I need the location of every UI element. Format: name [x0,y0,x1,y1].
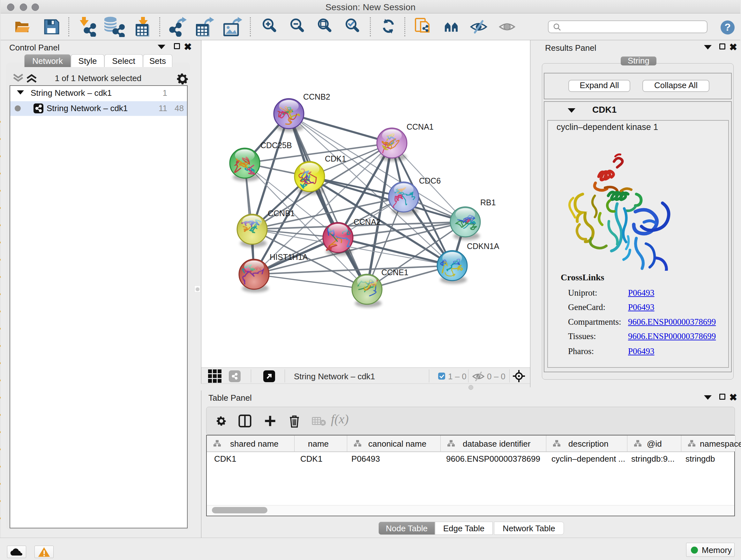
svg-text:HIST1H1A: HIST1H1A [270,253,308,261]
svg-text:RB1: RB1 [480,198,496,207]
svg-text:CCNB2: CCNB2 [303,92,330,101]
svg-text:CCNE1: CCNE1 [381,268,408,277]
svg-text:CCNA1: CCNA1 [407,122,434,131]
svg-text:CDC6: CDC6 [419,176,441,185]
svg-text:CDKN1A: CDKN1A [467,242,499,251]
svg-text:CDC25B: CDC25B [260,141,292,150]
svg-text:?: ? [724,21,731,33]
svg-text:CCNA2: CCNA2 [354,217,381,226]
svg-text:CDK1: CDK1 [325,154,346,163]
svg-text:CCNB1: CCNB1 [268,209,295,218]
